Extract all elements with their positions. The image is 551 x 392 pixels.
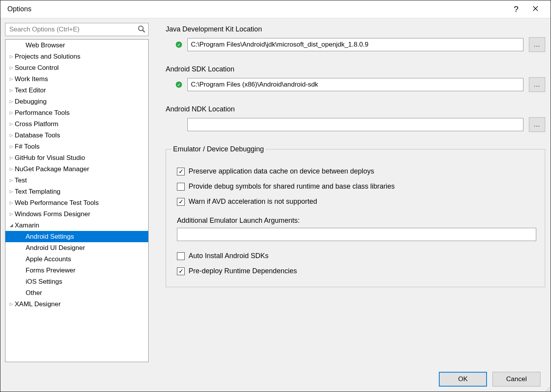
tree-item[interactable]: ▷Other [5,287,148,298]
autoinstall-checkbox-row[interactable]: Auto Install Android SDKs [177,252,536,260]
tree-item-label: Text Editor [15,87,46,94]
chevron-right-icon: ▷ [8,133,15,138]
chevron-right-icon: ▷ [8,144,15,149]
tree-item-label: XAML Designer [15,300,61,308]
chevron-right-icon: ▷ [8,121,15,127]
main-content: ▷Web Browser▷Projects and Solutions▷Sour… [0,18,551,367]
tree-item[interactable]: ▷Android UI Designer [5,242,148,253]
checkbox-label: Auto Install Android SDKs [189,252,269,260]
chevron-down-icon: ◢ [8,223,15,228]
launch-args-input[interactable] [177,228,536,241]
tree-item[interactable]: ▷Cross Platform [5,118,148,130]
checkbox-label: Warn if AVD acceleration is not supporte… [189,198,317,206]
checkbox-label: Preserve application data cache on devic… [189,167,374,175]
checkbox-icon[interactable] [177,168,185,175]
tree-item[interactable]: ◢Xamarin [5,220,148,231]
jdk-browse-button[interactable]: ... [529,37,545,52]
tree-item-label: Cross Platform [15,120,58,128]
cancel-button[interactable]: Cancel [492,372,541,387]
tree-item[interactable]: ▷GitHub for Visual Studio [5,152,148,163]
settings-panel: Java Development Kit Location ... Androi… [152,18,551,367]
emulator-fieldset: Emulator / Device Debugging Preserve app… [166,145,545,287]
tree-item-label: Other [26,289,42,297]
tree-item[interactable]: ▷Test [5,175,148,186]
tree-item[interactable]: ▷Projects and Solutions [5,51,148,62]
tree-item[interactable]: ▷Work Items [5,73,148,85]
jdk-row: ... [176,37,545,52]
ndk-browse-button[interactable]: ... [529,117,545,132]
checkbox-label: Pre-deploy Runtime Dependencies [189,267,297,275]
tree-item[interactable]: ▷Database Tools [5,130,148,141]
chevron-right-icon: ▷ [8,110,15,115]
chevron-right-icon: ▷ [8,212,15,217]
close-icon [532,5,539,12]
tree-item-label: Xamarin [15,222,39,229]
tree-item[interactable]: ▷Web Performance Test Tools [5,197,148,208]
jdk-input[interactable] [187,38,523,51]
checkbox-icon[interactable] [177,252,185,260]
sdk-row: ... [176,77,545,92]
tree-item[interactable]: ▷XAML Designer [5,298,148,310]
close-button[interactable] [526,4,545,14]
tree-item[interactable]: ▷Apple Accounts [5,253,148,265]
chevron-right-icon: ▷ [8,76,15,82]
ndk-input[interactable] [187,118,523,131]
chevron-right-icon: ▷ [8,189,15,194]
chevron-right-icon: ▷ [8,200,15,205]
tree-item[interactable]: ▷Text Templating [5,186,148,197]
svg-point-3 [549,389,550,389]
tree-item[interactable]: ▷Debugging [5,96,148,107]
preserve-checkbox-row[interactable]: Preserve application data cache on devic… [177,167,536,175]
ok-button[interactable]: OK [439,372,487,387]
tree-item[interactable]: ▷NuGet Package Manager [5,163,148,175]
avd-checkbox-row[interactable]: Warn if AVD acceleration is not supporte… [177,198,536,206]
tree-item-label: GitHub for Visual Studio [15,154,85,162]
svg-point-0 [139,26,143,31]
checkbox-icon[interactable] [177,198,185,206]
check-ok-icon [176,82,182,88]
svg-point-1 [549,387,550,388]
chevron-right-icon: ▷ [8,167,15,172]
tree-item[interactable]: ▷Forms Previewer [5,265,148,276]
tree-item-label: Debugging [15,98,47,106]
resize-grip-icon[interactable] [545,386,550,391]
predeploy-checkbox-row[interactable]: Pre-deploy Runtime Dependencies [177,267,536,275]
footer: OK Cancel [0,367,551,392]
jdk-label: Java Development Kit Location [166,25,545,33]
tree-item-label: Test [15,177,27,184]
tree-item[interactable]: ▷Text Editor [5,85,148,96]
tree-item-label: Web Performance Test Tools [15,199,99,207]
checkbox-label: Provide debug symbols for shared runtime… [189,182,395,191]
tree-item[interactable]: ▷iOS Settings [5,276,148,287]
checkbox-icon[interactable] [177,267,185,275]
tree-item-label: Database Tools [15,132,60,139]
help-button[interactable]: ? [506,4,526,14]
search-input[interactable] [5,23,149,36]
svg-point-2 [548,389,548,389]
sdk-browse-button[interactable]: ... [529,77,545,92]
tree-item[interactable]: ▷Android Settings [5,231,148,242]
tree-item[interactable]: ▷Performance Tools [5,107,148,118]
ndk-row: ... [176,117,545,132]
tree-item[interactable]: ▷Source Control [5,62,148,73]
svg-point-4 [546,390,547,391]
chevron-right-icon: ▷ [8,302,15,307]
debugsym-checkbox-row[interactable]: Provide debug symbols for shared runtime… [177,182,536,191]
chevron-right-icon: ▷ [8,54,15,59]
tree-item-label: Windows Forms Designer [15,210,90,218]
svg-point-5 [548,390,548,391]
sdk-label: Android SDK Location [166,65,545,73]
search-icon [138,25,146,33]
tree-item[interactable]: ▷Windows Forms Designer [5,208,148,220]
tree-item-label: Forms Previewer [26,267,75,274]
chevron-right-icon: ▷ [8,178,15,183]
tree-item-label: iOS Settings [26,278,62,286]
tree-item-label: Web Browser [26,42,65,49]
checkbox-icon[interactable] [177,183,185,191]
tree-item-label: Android UI Designer [26,244,85,252]
options-tree[interactable]: ▷Web Browser▷Projects and Solutions▷Sour… [5,39,149,362]
tree-item[interactable]: ▷Web Browser [5,40,148,51]
sdk-input[interactable] [187,78,523,91]
launch-args-label: Additional Emulator Launch Arguments: [177,217,536,225]
tree-item[interactable]: ▷F# Tools [5,141,148,152]
